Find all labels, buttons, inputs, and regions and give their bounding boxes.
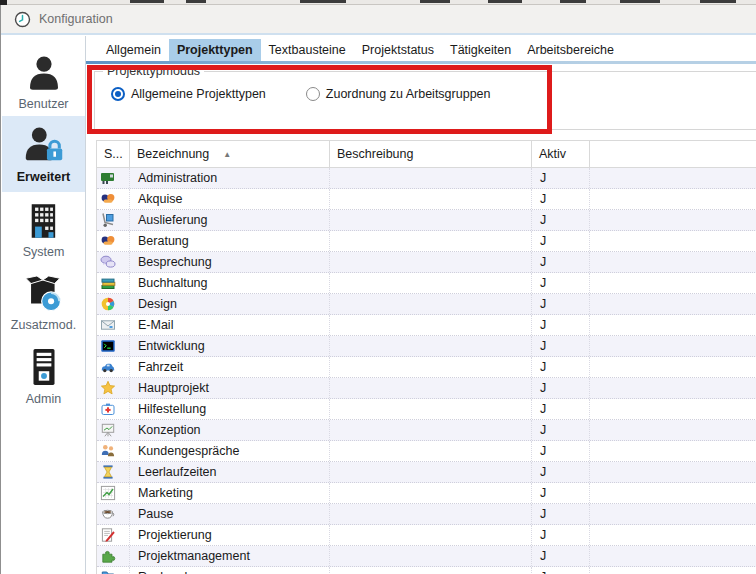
filler-cell xyxy=(590,441,756,461)
konfiguration-dialog: Konfiguration Benutzer Erweitert xyxy=(0,5,756,574)
table-row[interactable]: PauseJ xyxy=(97,504,756,525)
bezeichnung-cell: Fahrzeit xyxy=(130,357,330,377)
beschreibung-cell xyxy=(330,399,532,419)
bezeichnung-cell: E-Mail xyxy=(130,315,330,335)
tab-taetigkeiten[interactable]: Tätigkeiten xyxy=(442,39,519,61)
column-header-aktiv[interactable]: Aktiv xyxy=(532,141,590,168)
beschreibung-cell xyxy=(330,189,532,209)
bezeichnung-cell: Projektierung xyxy=(130,525,330,545)
table-row[interactable]: BesprechungJ xyxy=(97,252,756,273)
handshake-icon xyxy=(97,189,130,209)
star-icon xyxy=(97,378,130,398)
network-card-icon xyxy=(97,168,130,188)
table-row[interactable]: AkquiseJ xyxy=(97,189,756,210)
sidebar-item-label: Benutzer xyxy=(18,97,68,111)
table-row[interactable]: RechercheJ xyxy=(97,567,756,574)
filler-cell xyxy=(590,420,756,440)
filler-cell xyxy=(590,399,756,419)
bezeichnung-cell: Design xyxy=(130,294,330,314)
filler-cell xyxy=(590,504,756,524)
aktiv-cell: J xyxy=(532,273,590,293)
table-row[interactable]: MarketingJ xyxy=(97,483,756,504)
tab-textbausteine[interactable]: Textbausteine xyxy=(261,39,354,61)
aktiv-cell: J xyxy=(532,441,590,461)
radio-label: Allgemeine Projekttypen xyxy=(131,87,266,101)
car-icon xyxy=(97,357,130,377)
bezeichnung-cell: Konzeption xyxy=(130,420,330,440)
filler-cell xyxy=(590,168,756,188)
addon-box-icon xyxy=(24,273,64,313)
radio-zuordnung-arbeitsgruppen[interactable]: Zuordnung zu Arbeitsgruppen xyxy=(306,87,491,101)
two-people-icon xyxy=(97,441,130,461)
beschreibung-cell xyxy=(330,567,532,574)
aktiv-cell: J xyxy=(532,483,590,503)
sidebar-item-label: Zusatzmod. xyxy=(11,318,76,332)
table-row[interactable]: ProjektierungJ xyxy=(97,525,756,546)
aktiv-cell: J xyxy=(532,210,590,230)
sidebar-item-benutzer[interactable]: Benutzer xyxy=(2,50,85,114)
table-row[interactable]: HauptprojektJ xyxy=(97,378,756,399)
table-row[interactable]: BeratungJ xyxy=(97,231,756,252)
table-row[interactable]: AuslieferungJ xyxy=(97,210,756,231)
aktiv-cell: J xyxy=(532,525,590,545)
tab-projekttypen[interactable]: Projekttypen xyxy=(169,39,261,61)
sidebar-item-zusatzmod[interactable]: Zusatzmod. xyxy=(2,266,85,338)
filler-cell xyxy=(590,252,756,272)
tab-arbeitsbereiche[interactable]: Arbeitsbereiche xyxy=(519,39,622,61)
filler-cell xyxy=(590,378,756,398)
table-row[interactable]: DesignJ xyxy=(97,294,756,315)
beschreibung-cell xyxy=(330,294,532,314)
beschreibung-cell xyxy=(330,357,532,377)
table-body: AdministrationJAkquiseJAuslieferungJBera… xyxy=(97,168,756,574)
sidebar-item-admin[interactable]: Admin xyxy=(2,340,85,412)
table-row[interactable]: BuchhaltungJ xyxy=(97,273,756,294)
bezeichnung-cell: Hauptprojekt xyxy=(130,378,330,398)
table-row[interactable]: EntwicklungJ xyxy=(97,336,756,357)
aktiv-cell: J xyxy=(532,252,590,272)
bezeichnung-cell: Besprechung xyxy=(130,252,330,272)
groupbox-legend: Projekttypmodus xyxy=(103,64,204,78)
tab-allgemein[interactable]: Allgemein xyxy=(98,39,169,61)
table-row[interactable]: LeerlaufzeitenJ xyxy=(97,462,756,483)
aktiv-cell: J xyxy=(532,567,590,574)
bezeichnung-cell: Leerlaufzeiten xyxy=(130,462,330,482)
beschreibung-cell xyxy=(330,462,532,482)
table-row[interactable]: KundengesprächeJ xyxy=(97,441,756,462)
aktiv-cell: J xyxy=(532,462,590,482)
sidebar-item-system[interactable]: System xyxy=(2,194,85,266)
bezeichnung-cell: Projektmanagement xyxy=(130,546,330,566)
table-row[interactable]: ProjektmanagementJ xyxy=(97,546,756,567)
bezeichnung-cell: Pause xyxy=(130,504,330,524)
puzzle-icon xyxy=(97,546,130,566)
table-row[interactable]: FahrzeitJ xyxy=(97,357,756,378)
column-header-bezeichnung[interactable]: Bezeichnung ▲ xyxy=(130,141,330,168)
sidebar: Benutzer Erweitert xyxy=(2,36,86,574)
radio-allgemeine-projekttypen[interactable]: Allgemeine Projekttypen xyxy=(111,87,266,101)
table-row[interactable]: AdministrationJ xyxy=(97,168,756,189)
column-header-symbol[interactable]: S... xyxy=(97,141,130,168)
handshake-icon xyxy=(97,231,130,251)
coffee-icon xyxy=(97,504,130,524)
aktiv-cell: J xyxy=(532,546,590,566)
aktiv-cell: J xyxy=(532,399,590,419)
beschreibung-cell xyxy=(330,315,532,335)
sidebar-item-erweitert[interactable]: Erweitert xyxy=(2,116,85,192)
server-icon xyxy=(27,347,61,387)
table-row[interactable]: E-MailJ xyxy=(97,315,756,336)
aktiv-cell: J xyxy=(532,378,590,398)
filler-cell xyxy=(590,546,756,566)
column-header-beschreibung[interactable]: Beschreibung xyxy=(330,141,532,168)
bezeichnung-cell: Auslieferung xyxy=(130,210,330,230)
radio-label: Zuordnung zu Arbeitsgruppen xyxy=(326,87,491,101)
filler-cell xyxy=(590,567,756,574)
table-row[interactable]: KonzeptionJ xyxy=(97,420,756,441)
aktiv-cell: J xyxy=(532,357,590,377)
chat-bubbles-icon xyxy=(97,252,130,272)
title-bar[interactable]: Konfiguration xyxy=(1,5,756,35)
table-row[interactable]: HilfestellungJ xyxy=(97,399,756,420)
tab-projektstatus[interactable]: Projektstatus xyxy=(354,39,442,61)
books-icon xyxy=(97,273,130,293)
sidebar-item-label: Erweitert xyxy=(17,170,71,184)
aktiv-cell: J xyxy=(532,315,590,335)
aktiv-cell: J xyxy=(532,420,590,440)
